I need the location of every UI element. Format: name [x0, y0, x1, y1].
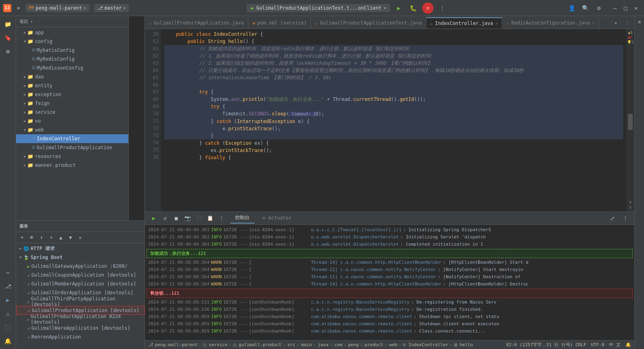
- terminal-icon-btn[interactable]: ⬛: [2, 321, 14, 334]
- more-options-button[interactable]: ⋮: [437, 2, 448, 14]
- tab-close-4[interactable]: ✕: [495, 21, 498, 26]
- code-line-61: // 加锁成功后的超时时间，就发送给redis执行脚本，进行占锁，默认超时就是 …: [164, 45, 623, 52]
- tree-item-MyRedisConfig[interactable]: © MyRedisConfig: [16, 55, 128, 64]
- service-category-spring-boot[interactable]: ▼ 🍃 Spring Boot: [16, 253, 144, 262]
- log-class-12: com.alibaba.nacos.common.remote.client: [311, 314, 412, 320]
- code-editor[interactable]: 20 53 61 62 63 64 65 66 67 68 69 70 71 7…: [145, 29, 634, 211]
- search-button[interactable]: 🔍: [580, 2, 591, 14]
- services-down-btn[interactable]: ▼: [66, 233, 75, 242]
- minimize-button[interactable]: —: [610, 3, 620, 13]
- tab-GulimallProductApplication[interactable]: ☕ GulimallProductApplication.java: [145, 17, 248, 29]
- collapse-icon[interactable]: ∨: [629, 205, 632, 210]
- maven-icon-btn[interactable]: m: [636, 18, 644, 26]
- console-settings-btn[interactable]: ⋮: [620, 213, 631, 224]
- service-category-http[interactable]: ▶ 🌐 HTTP 请求: [16, 244, 144, 253]
- log-pid-11: 16728 ---: [223, 306, 248, 313]
- tree-item-vo[interactable]: ▶ 📁 vo: [16, 117, 128, 125]
- git-icon-btn[interactable]: ⎇: [2, 280, 14, 293]
- tree-item-dao[interactable]: ▶ 📁 dao: [16, 72, 128, 81]
- bookmarks-icon-btn[interactable]: 🔖: [2, 31, 14, 44]
- tab-more-btn[interactable]: ⋮: [621, 17, 633, 29]
- console-pin-btn[interactable]: 📋: [204, 213, 216, 224]
- status-project[interactable]: peng-mall-parent: [155, 342, 198, 347]
- tree-item-exception[interactable]: ▶ 📁 exception: [16, 90, 128, 99]
- debug-button[interactable]: 🐛: [408, 2, 419, 14]
- status-src[interactable]: src: [287, 342, 295, 347]
- service-item-thirdparty[interactable]: ↺ GulimallThirdPartyApplication [devtool…: [16, 297, 144, 306]
- console-refresh-btn[interactable]: ↺: [159, 213, 171, 224]
- console-expand-btn[interactable]: ⤢: [607, 213, 618, 224]
- console-clear-btn[interactable]: ⬛: [193, 213, 204, 224]
- hamburger-menu[interactable]: ≡: [14, 4, 22, 12]
- tree-item-MyRedissonConfig[interactable]: © MyRedissonConfig: [16, 64, 128, 72]
- tab-RedisAutoConfiguration[interactable]: ☕ RedisAutoConfiguration.java ✕: [502, 17, 599, 29]
- status-service[interactable]: □ service: [204, 342, 228, 347]
- branch-selector[interactable]: ⎇ master ▾: [94, 4, 129, 12]
- thirdparty-label: GulimallThirdPartyApplication [devtools]: [31, 296, 141, 307]
- service-item-ware[interactable]: ↺ GulimallWareApplication [devtools]: [16, 324, 144, 333]
- status-controller[interactable]: © IndexController: [403, 342, 449, 347]
- tree-item-web[interactable]: ▼ 📁 web: [16, 125, 128, 134]
- java-icon-GulimallProductApplication: ©: [32, 145, 35, 150]
- log-ts-5: 2024-07-21 00:50:08.564: [148, 259, 209, 266]
- tab-overflow-btn[interactable]: ▾: [610, 17, 621, 29]
- tree-item-MybatisConfig[interactable]: © MybatisConfig: [16, 46, 128, 55]
- project-icon-btn[interactable]: 📁: [2, 18, 14, 31]
- tree-item-config[interactable]: ▼ 📁 config: [16, 37, 128, 46]
- status-method[interactable]: @ hello: [454, 342, 473, 347]
- services-eye-btn[interactable]: 👁: [27, 233, 36, 242]
- service-item-product2[interactable]: ↺ GulimallProductApplication 8224 [devto…: [16, 315, 144, 324]
- status-main[interactable]: main: [301, 342, 312, 347]
- console-snapshot-btn[interactable]: 📷: [182, 213, 193, 224]
- status-web[interactable]: web: [389, 342, 397, 347]
- services-group-btn[interactable]: ⬆: [37, 233, 46, 242]
- status-module[interactable]: □ gulimall-product: [233, 342, 281, 347]
- tree-item-app[interactable]: ▶ 📁 app: [16, 28, 128, 37]
- tree-item-manner-product[interactable]: ▶ 📁 manner.product: [16, 161, 128, 170]
- services-sort-btn[interactable]: ⬇: [47, 233, 56, 242]
- services-add-btn[interactable]: +: [18, 233, 27, 242]
- tree-item-entity[interactable]: ▶ 📁 entity: [16, 81, 128, 90]
- run-services-icon-btn[interactable]: ▶: [2, 294, 14, 306]
- console-tab-kongtaili[interactable]: 控制台: [230, 213, 254, 224]
- run-configuration[interactable]: ▶ GulimallProductApplicationTest.t...onC…: [247, 4, 390, 12]
- project-selector[interactable]: PP peng-mall-parent ▾: [25, 4, 89, 12]
- run-button[interactable]: ▶: [393, 2, 405, 14]
- tab-close-5[interactable]: ✕: [592, 21, 594, 25]
- service-item-member[interactable]: ↺ GulimallMemberApplication [devtools]: [16, 279, 144, 288]
- status-peng[interactable]: peng: [348, 342, 359, 347]
- tab-pom[interactable]: m pom.xml (service): [248, 17, 311, 29]
- expand-icon[interactable]: ∧: [629, 199, 632, 205]
- tree-item-feign[interactable]: ▶ 📁 feign: [16, 99, 128, 108]
- structure-icon-btn[interactable]: ⊞: [2, 45, 14, 58]
- console-more-btn[interactable]: ⋮: [216, 213, 227, 224]
- status-java[interactable]: java: [318, 342, 328, 347]
- settings-button[interactable]: ⚙: [593, 2, 605, 14]
- service-item-coupon[interactable]: ↺ GulimallCouponApplication [devtools]: [16, 271, 144, 279]
- tree-item-GulimallProductApplication[interactable]: © GulimallProductApplication: [16, 143, 128, 152]
- service-item-renren[interactable]: ↺ RenrenApplication: [16, 333, 144, 341]
- tab-IndexController[interactable]: ☕ IndexController.java ✕: [426, 17, 503, 29]
- console-tab-actuator[interactable]: ⊙ Actuator: [258, 214, 296, 223]
- status-com[interactable]: com: [334, 342, 342, 347]
- close-button[interactable]: ✕: [631, 3, 641, 13]
- notifications-icon-btn[interactable]: 🔔: [2, 335, 14, 347]
- hint-badge: 💡2: [627, 40, 634, 44]
- services-up-btn[interactable]: ▲: [56, 233, 65, 242]
- maximize-button[interactable]: □: [621, 3, 630, 13]
- stop-button[interactable]: ■: [422, 2, 433, 14]
- problems-icon-btn[interactable]: ⚠: [2, 307, 14, 320]
- user-button[interactable]: 👤: [566, 2, 577, 14]
- project-tree-dropdown[interactable]: ▾: [31, 20, 33, 24]
- editor-scrollbar-thumb[interactable]: [628, 114, 633, 130]
- console-stop-btn[interactable]: ■: [171, 213, 182, 224]
- console-run-btn[interactable]: ▶: [148, 213, 159, 224]
- status-product[interactable]: product: [365, 342, 383, 347]
- more-tools-icon-btn[interactable]: ⋯: [2, 266, 14, 279]
- service-item-gateway[interactable]: ▶ GulimallGatewayApplication :8200/: [16, 262, 144, 271]
- tab-GulimallProductApplicationTest[interactable]: ☕ GulimallProductApplicationTest.java: [311, 17, 426, 29]
- tree-item-service[interactable]: ▶ 📁 service: [16, 108, 128, 117]
- tree-item-resources[interactable]: ▶ 📁 resources: [16, 152, 128, 161]
- tree-item-IndexController[interactable]: © IndexController: [16, 134, 128, 143]
- services-remove-btn[interactable]: ✕: [76, 233, 85, 242]
